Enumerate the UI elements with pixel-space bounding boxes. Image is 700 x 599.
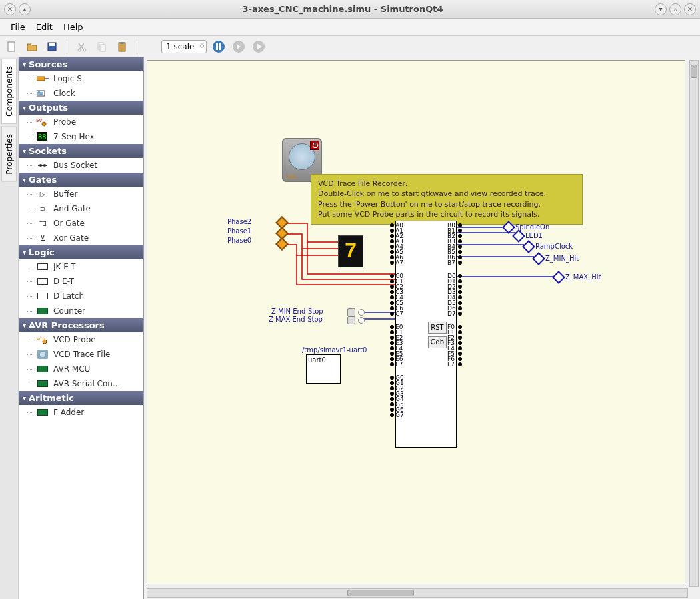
- mcu-pin-c6[interactable]: [390, 306, 394, 310]
- mcu-pin-g5[interactable]: [390, 402, 394, 406]
- mcu-pin-a3[interactable]: [390, 239, 394, 243]
- mcu-reset-button[interactable]: RST: [428, 322, 447, 334]
- tree-item-avr-mcu[interactable]: AVR MCU: [19, 362, 143, 376]
- tree-section-arith[interactable]: ▾Aritmetic: [19, 391, 143, 405]
- tree-item-counter[interactable]: Counter: [19, 304, 143, 318]
- mcu-pin-g0[interactable]: [390, 376, 394, 380]
- probe-zmin-hit[interactable]: [532, 252, 545, 265]
- power-button-icon[interactable]: ⏻: [310, 141, 319, 150]
- mcu-pin-a5[interactable]: [390, 250, 394, 254]
- scale-selector[interactable]: 1 scale: [161, 40, 207, 53]
- phase0-source[interactable]: [275, 237, 289, 251]
- maximize-button[interactable]: ▵: [669, 3, 681, 15]
- mcu-pin-f6[interactable]: [458, 357, 462, 361]
- close-button[interactable]: ✕: [684, 3, 696, 15]
- tree-section-sources[interactable]: ▾Sources: [19, 57, 143, 71]
- mcu-pin-c2[interactable]: [390, 285, 394, 289]
- tree-item-probe[interactable]: 5VProbe: [19, 115, 143, 129]
- mcu-pin-c4[interactable]: [390, 295, 394, 300]
- mcu-pin-d4[interactable]: [458, 295, 462, 300]
- tree-section-avr[interactable]: ▾AVR Processors: [19, 318, 143, 332]
- tree-item-jk[interactable]: JK E-T: [19, 259, 143, 274]
- tree-section-outputs[interactable]: ▾Outputs: [19, 101, 143, 115]
- mcu-pin-a4[interactable]: [390, 245, 394, 249]
- mcu-pin-d7[interactable]: [458, 312, 462, 316]
- mcu-pin-b2[interactable]: [458, 234, 462, 238]
- tree-item-dlatch[interactable]: D Latch: [19, 289, 143, 304]
- mcu-pin-d1[interactable]: [458, 279, 462, 283]
- new-file-button[interactable]: [4, 39, 20, 55]
- tree-item-or[interactable]: ⫎Or Gate: [19, 216, 143, 231]
- mcu-pin-e1[interactable]: [390, 330, 394, 334]
- mcu-pin-b1[interactable]: [458, 229, 462, 233]
- mcu-gdb-button[interactable]: Gdb: [428, 336, 447, 348]
- mcu-pin-b4[interactable]: [458, 245, 462, 249]
- mcu-pin-e2[interactable]: [390, 336, 394, 340]
- minimize-button[interactable]: ▾: [655, 3, 667, 15]
- tree-item-logic-s[interactable]: Logic S.: [19, 71, 143, 86]
- mcu-pin-c5[interactable]: [390, 301, 394, 305]
- mcu-pin-f4[interactable]: [458, 346, 462, 350]
- menu-file[interactable]: File: [5, 20, 31, 34]
- tree-item-vcd-probe[interactable]: VCDVCD Probe: [19, 332, 143, 347]
- mcu-pin-b6[interactable]: [458, 255, 462, 259]
- mcu-pin-e7[interactable]: [390, 362, 394, 366]
- probe-led1[interactable]: [512, 229, 525, 243]
- mcu-pin-f5[interactable]: [458, 352, 462, 356]
- mcu-pin-d3[interactable]: [458, 290, 462, 294]
- mcu-pin-d6[interactable]: [458, 306, 462, 310]
- cut-button[interactable]: [74, 39, 90, 55]
- mcu-pin-f7[interactable]: [458, 362, 462, 366]
- pause-button[interactable]: [211, 39, 227, 55]
- mcu-pin-e6[interactable]: [390, 357, 394, 361]
- tab-properties[interactable]: Properties: [1, 127, 17, 182]
- mcu-pin-d2[interactable]: [458, 285, 462, 289]
- tree-item-buffer[interactable]: ▷Buffer: [19, 187, 143, 201]
- tree-section-logic[interactable]: ▾Logic: [19, 245, 143, 259]
- mcu-pin-c1[interactable]: [390, 279, 394, 283]
- tree-section-sockets[interactable]: ▾Sockets: [19, 144, 143, 158]
- mcu-pin-a6[interactable]: [390, 255, 394, 259]
- tree-item-xor[interactable]: ⊻Xor Gate: [19, 231, 143, 245]
- mcu-pin-f3[interactable]: [458, 341, 462, 345]
- mcu-pin-f0[interactable]: [458, 325, 462, 329]
- window-menu-button[interactable]: ✕: [4, 3, 16, 15]
- mcu-pin-f2[interactable]: [458, 336, 462, 340]
- zmax-endstop-switch[interactable]: [347, 316, 355, 324]
- mcu-pin-e4[interactable]: [390, 346, 394, 350]
- tree-section-gates[interactable]: ▾Gates: [19, 173, 143, 187]
- tree-item-bus-socket[interactable]: Bus Socket: [19, 158, 143, 173]
- vertical-scrollbar[interactable]: [689, 60, 699, 587]
- mcu-pin-g7[interactable]: [390, 413, 394, 417]
- paste-button[interactable]: [114, 39, 130, 55]
- menu-edit[interactable]: Edit: [31, 20, 58, 34]
- mcu-pin-d0[interactable]: [458, 274, 462, 278]
- zmin-endstop-switch[interactable]: [347, 308, 355, 316]
- play-button[interactable]: [251, 39, 267, 55]
- tab-components[interactable]: Components: [1, 59, 17, 124]
- open-file-button[interactable]: [24, 39, 40, 55]
- uart-console[interactable]: uart0: [306, 354, 341, 384]
- menu-help[interactable]: Help: [58, 20, 89, 34]
- horizontal-scrollbar[interactable]: [147, 588, 688, 598]
- mcu-pin-b5[interactable]: [458, 250, 462, 254]
- mcu-pin-g4[interactable]: [390, 397, 394, 401]
- tree-item-fadder[interactable]: F Adder: [19, 405, 143, 420]
- tree-item-avr-serial[interactable]: AVR Serial Con...: [19, 376, 143, 391]
- step-button[interactable]: [231, 39, 247, 55]
- window-shade-button[interactable]: ▴: [19, 3, 31, 15]
- mcu-pin-a7[interactable]: [390, 261, 394, 265]
- tree-item-clock[interactable]: Clock: [19, 86, 143, 101]
- save-file-button[interactable]: [44, 39, 60, 55]
- seven-segment-display[interactable]: 7: [338, 235, 363, 267]
- mcu-pin-c0[interactable]: [390, 274, 394, 278]
- copy-button[interactable]: [94, 39, 110, 55]
- mcu-pin-g3[interactable]: [390, 392, 394, 396]
- probe-zmax-hit[interactable]: [552, 271, 565, 284]
- tree-item-det[interactable]: D E-T: [19, 274, 143, 289]
- probe-rampclock[interactable]: [522, 240, 535, 253]
- mcu-pin-a2[interactable]: [390, 234, 394, 238]
- mcu-pin-b3[interactable]: [458, 239, 462, 243]
- mcu-pin-g2[interactable]: [390, 386, 394, 390]
- mcu-pin-e3[interactable]: [390, 341, 394, 345]
